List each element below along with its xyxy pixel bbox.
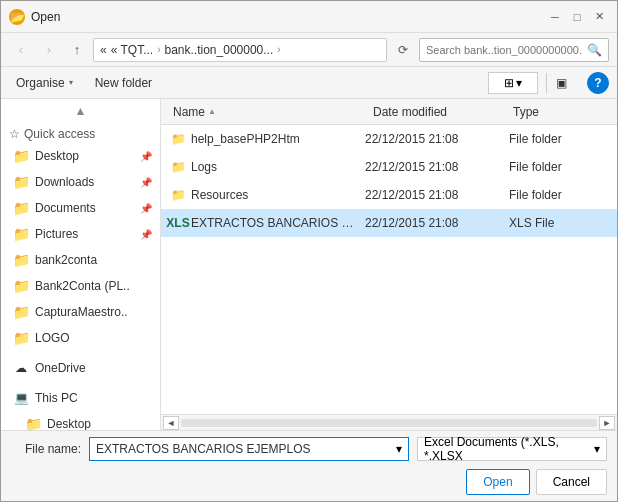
folder-icon: 📁 bbox=[13, 252, 29, 268]
help-label: ? bbox=[594, 76, 601, 90]
minimize-button[interactable]: ─ bbox=[545, 8, 565, 26]
view-chevron-icon: ▾ bbox=[516, 76, 522, 90]
table-row[interactable]: XLS EXTRACTOS BANCARIOS EJEMPLOS Ban... … bbox=[161, 209, 617, 237]
sidebar-item-documents[interactable]: 📁 Documents 📌 bbox=[1, 195, 160, 221]
scroll-right-button[interactable]: ► bbox=[599, 416, 615, 430]
title-bar: 📂 Open ─ □ ✕ bbox=[1, 1, 617, 33]
col-name-label: Name bbox=[173, 105, 205, 119]
sidebar-item-label: Downloads bbox=[35, 175, 134, 189]
view-toggle-button[interactable]: ⊞ ▾ bbox=[488, 72, 538, 94]
pin-icon: 📌 bbox=[140, 177, 152, 188]
filename-input[interactable]: EXTRACTOS BANCARIOS EJEMPLOS ▾ bbox=[89, 437, 409, 461]
breadcrumb-path: bank..tion_000000... bbox=[165, 43, 274, 57]
computer-icon: 💻 bbox=[13, 390, 29, 406]
sidebar-item-downloads[interactable]: 📁 Downloads 📌 bbox=[1, 169, 160, 195]
sidebar-item-label: Desktop bbox=[47, 417, 152, 430]
folder-icon: 📁 bbox=[13, 278, 29, 294]
column-name[interactable]: Name ▲ bbox=[169, 103, 369, 121]
sidebar-item-label: LOGO bbox=[35, 331, 152, 345]
search-input[interactable] bbox=[426, 44, 583, 56]
view-separator bbox=[546, 73, 547, 93]
panel-button[interactable]: ▣ bbox=[555, 72, 583, 94]
sidebar-scroll-up[interactable]: ▲ bbox=[1, 103, 160, 119]
column-type[interactable]: Type bbox=[509, 103, 609, 121]
pin-icon: 📌 bbox=[140, 229, 152, 240]
open-button[interactable]: Open bbox=[466, 469, 529, 495]
folder-icon: 📁 bbox=[13, 226, 29, 242]
sidebar-item-bank2conta-pl[interactable]: 📁 Bank2Conta (PL.. bbox=[1, 273, 160, 299]
refresh-button[interactable]: ⟳ bbox=[391, 38, 415, 62]
table-row[interactable]: 📁 Logs 22/12/2015 21:08 File folder bbox=[161, 153, 617, 181]
table-row[interactable]: 📁 help_basePHP2Htm 22/12/2015 21:08 File… bbox=[161, 125, 617, 153]
file-date: 22/12/2015 21:08 bbox=[365, 132, 505, 146]
main-pane: Name ▲ Date modified Type 📁 help_basePHP… bbox=[161, 99, 617, 430]
search-box: 🔍 bbox=[419, 38, 609, 62]
sidebar-item-capturas[interactable]: 📁 CapturaMaestro.. bbox=[1, 299, 160, 325]
sidebar-item-logo[interactable]: 📁 LOGO bbox=[1, 325, 160, 351]
back-button[interactable]: ‹ bbox=[9, 38, 33, 62]
sidebar-item-thispc[interactable]: 💻 This PC bbox=[1, 385, 160, 411]
file-date: 22/12/2015 21:08 bbox=[365, 160, 505, 174]
view-options: ⊞ ▾ ▣ ? bbox=[488, 72, 609, 94]
filename-row: File name: EXTRACTOS BANCARIOS EJEMPLOS … bbox=[11, 437, 607, 461]
file-name: Resources bbox=[191, 188, 361, 202]
breadcrumb-tqt: « TQT... bbox=[111, 43, 153, 57]
folder-icon: 📁 bbox=[13, 148, 29, 164]
star-icon: ☆ bbox=[9, 127, 20, 141]
file-type: File folder bbox=[509, 132, 609, 146]
organise-button[interactable]: Organise ▾ bbox=[9, 72, 80, 94]
file-type: File folder bbox=[509, 160, 609, 174]
thispc-section: 💻 This PC 📁 Desktop 📁 Documents bbox=[1, 383, 160, 430]
folder-icon: 📁 bbox=[169, 130, 187, 148]
cancel-button[interactable]: Cancel bbox=[536, 469, 607, 495]
column-date-modified[interactable]: Date modified bbox=[369, 103, 509, 121]
file-type: File folder bbox=[509, 188, 609, 202]
folder-icon: 📁 bbox=[169, 158, 187, 176]
folder-icon: 📁 bbox=[13, 174, 29, 190]
window-icon: 📂 bbox=[9, 9, 25, 25]
scroll-left-button[interactable]: ◄ bbox=[163, 416, 179, 430]
sidebar-item-label: bank2conta bbox=[35, 253, 152, 267]
close-button[interactable]: ✕ bbox=[589, 8, 609, 26]
column-headers: Name ▲ Date modified Type bbox=[161, 99, 617, 125]
col-date-label: Date modified bbox=[373, 105, 447, 119]
sidebar-item-bank2conta[interactable]: 📁 bank2conta bbox=[1, 247, 160, 273]
filetype-dropdown[interactable]: Excel Documents (*.XLS, *.XLSX ▾ bbox=[417, 437, 607, 461]
maximize-button[interactable]: □ bbox=[567, 8, 587, 26]
footer-buttons: Open Cancel bbox=[11, 467, 607, 495]
up-button[interactable]: ↑ bbox=[65, 38, 89, 62]
address-bar[interactable]: « « TQT... › bank..tion_000000... › bbox=[93, 38, 387, 62]
breadcrumb-sep: › bbox=[157, 44, 160, 55]
onedrive-icon: ☁ bbox=[13, 360, 29, 376]
action-bar: Organise ▾ New folder ⊞ ▾ ▣ ? bbox=[1, 67, 617, 99]
organise-chevron-icon: ▾ bbox=[69, 78, 73, 87]
content-area: ▲ ☆ Quick access 📁 Desktop 📌 📁 Downloads… bbox=[1, 99, 617, 430]
sidebar: ▲ ☆ Quick access 📁 Desktop 📌 📁 Downloads… bbox=[1, 99, 161, 430]
sidebar-item-pictures[interactable]: 📁 Pictures 📌 bbox=[1, 221, 160, 247]
sidebar-item-onedrive[interactable]: ☁ OneDrive bbox=[1, 355, 160, 381]
pin-icon: 📌 bbox=[140, 203, 152, 214]
new-folder-button[interactable]: New folder bbox=[88, 72, 159, 94]
breadcrumb-part1: « bbox=[100, 43, 107, 57]
filetype-chevron-icon: ▾ bbox=[594, 442, 600, 456]
table-row[interactable]: 📁 Resources 22/12/2015 21:08 File folder bbox=[161, 181, 617, 209]
window-title: Open bbox=[31, 10, 60, 24]
panel-icon: ▣ bbox=[556, 76, 567, 90]
horizontal-scrollbar: ◄ ► bbox=[161, 414, 617, 430]
title-bar-controls: ─ □ ✕ bbox=[545, 8, 609, 26]
file-list: 📁 help_basePHP2Htm 22/12/2015 21:08 File… bbox=[161, 125, 617, 414]
forward-button[interactable]: › bbox=[37, 38, 61, 62]
scroll-track[interactable] bbox=[181, 419, 597, 427]
folder-icon: 📁 bbox=[25, 416, 41, 430]
file-date: 22/12/2015 21:08 bbox=[365, 216, 505, 230]
help-button[interactable]: ? bbox=[587, 72, 609, 94]
sidebar-item-desktop[interactable]: 📁 Desktop 📌 bbox=[1, 143, 160, 169]
quick-access-section: ☆ Quick access 📁 Desktop 📌 📁 Downloads 📌… bbox=[1, 119, 160, 353]
pin-icon: 📌 bbox=[140, 151, 152, 162]
open-dialog: 📂 Open ─ □ ✕ ‹ › ↑ « « TQT... › bank..ti… bbox=[0, 0, 618, 502]
organise-label: Organise bbox=[16, 76, 65, 90]
folder-icon: 📁 bbox=[169, 186, 187, 204]
onedrive-section: ☁ OneDrive bbox=[1, 353, 160, 383]
sidebar-item-thispc-desktop[interactable]: 📁 Desktop bbox=[1, 411, 160, 430]
file-date: 22/12/2015 21:08 bbox=[365, 188, 505, 202]
